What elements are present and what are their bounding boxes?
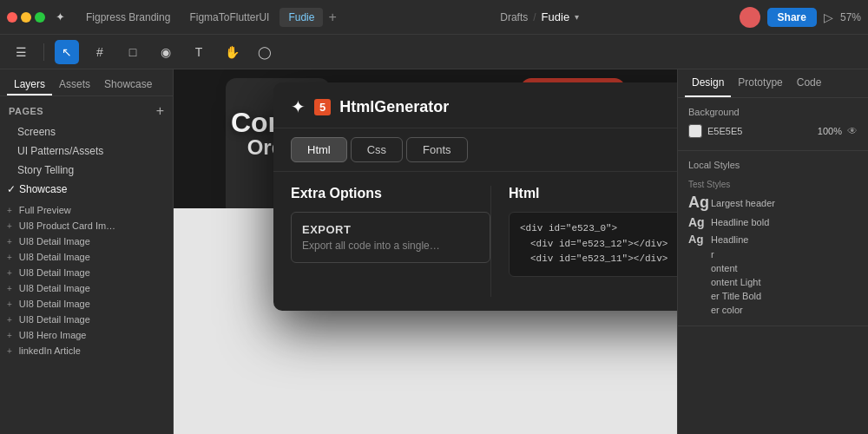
- project-name[interactable]: Fudie: [542, 10, 570, 23]
- color-swatch[interactable]: [688, 124, 702, 138]
- pen-tool[interactable]: ◉: [154, 40, 178, 64]
- code-line-2: <div id="e523_12"></div>: [520, 237, 677, 253]
- layer-label: UI8 Detail Image: [19, 283, 90, 293]
- avatar: [740, 7, 760, 28]
- style-largest-header[interactable]: Ag Largest header: [688, 192, 858, 214]
- style-color[interactable]: er color: [688, 303, 858, 317]
- pages-label: Pages: [9, 106, 43, 116]
- style-name: ontent Light: [711, 277, 761, 287]
- layer-expand-icon: +: [7, 331, 12, 340]
- plugin-tab-html[interactable]: Html: [291, 137, 347, 162]
- style-name: er Title Bold: [711, 291, 761, 301]
- visibility-icon[interactable]: 👁: [847, 125, 858, 137]
- tab-fudie[interactable]: Fudie: [279, 8, 323, 27]
- minimize-window-button[interactable]: [21, 12, 31, 23]
- left-sidebar: Layers Assets Showcase Pages + Screens U…: [0, 69, 174, 434]
- comment-tool[interactable]: ◯: [253, 40, 277, 64]
- pages-list: Screens UI Patterns/Assets Story Telling…: [0, 122, 173, 199]
- style-headline[interactable]: Ag Headline: [688, 231, 858, 247]
- close-window-button[interactable]: [7, 12, 17, 23]
- page-screens[interactable]: Screens: [0, 122, 173, 141]
- export-box[interactable]: EXPORT Export all code into a single…: [291, 212, 490, 263]
- style-name: ontent: [711, 263, 738, 273]
- list-item[interactable]: + UI8 Detail Image: [0, 312, 173, 327]
- layer-expand-icon: +: [7, 315, 12, 325]
- color-hex-value[interactable]: E5E5E5: [707, 126, 812, 136]
- layer-expand-icon: +: [7, 346, 12, 356]
- style-headline-bold[interactable]: Ag Headline bold: [688, 214, 858, 231]
- style-name: Largest header: [711, 198, 775, 208]
- html-section-title: Html: [509, 186, 677, 201]
- plugin-tab-fonts[interactable]: Fonts: [406, 137, 468, 162]
- list-item[interactable]: + UI8 Detail Image: [0, 249, 173, 265]
- page-ui-patterns[interactable]: UI Patterns/Assets: [0, 141, 173, 161]
- hand-tool[interactable]: ✋: [220, 40, 244, 64]
- plugin-tab-css[interactable]: Css: [351, 137, 403, 162]
- extra-options-title: Extra Options: [291, 186, 490, 201]
- window-controls: ✦: [7, 10, 65, 23]
- list-item[interactable]: + UI8 Detail Image: [0, 296, 173, 312]
- frame-tool[interactable]: #: [88, 40, 112, 64]
- tab-flutter[interactable]: FigmaToFlutterUI: [181, 8, 278, 27]
- html5-badge: 5: [314, 99, 331, 115]
- add-tab-button[interactable]: +: [325, 10, 339, 25]
- right-sidebar: Design Prototype Code Background E5E5E5 …: [677, 69, 868, 434]
- style-title-bold[interactable]: er Title Bold: [688, 289, 858, 303]
- layer-expand-icon: +: [7, 299, 12, 309]
- canvas-area[interactable]: Order. Convert figma selections into htm…: [174, 69, 677, 434]
- plugin-header: ✦ 5 HtmlGenerator Version 1.5: [273, 82, 677, 128]
- tab-figpress[interactable]: Figpress Branding: [77, 8, 179, 27]
- page-story-telling[interactable]: Story Telling: [0, 161, 173, 180]
- tab-showcase[interactable]: Showcase: [97, 75, 159, 95]
- list-item[interactable]: + UI8 Detail Image: [0, 265, 173, 280]
- style-r[interactable]: r: [688, 247, 858, 261]
- background-color-row[interactable]: E5E5E5 100% 👁: [688, 124, 858, 138]
- layer-expand-icon: +: [7, 237, 12, 247]
- tab-layers[interactable]: Layers: [7, 75, 52, 95]
- plugin-logo-area: ✦ 5 HtmlGenerator: [291, 96, 449, 117]
- layer-label: linkedIn Article: [19, 345, 81, 356]
- style-content[interactable]: ontent: [688, 261, 858, 275]
- maximize-window-button[interactable]: [35, 12, 45, 23]
- list-item[interactable]: + Full Preview: [0, 202, 173, 218]
- tab-prototype[interactable]: Prototype: [731, 69, 789, 97]
- list-item[interactable]: + UI8 Detail Image: [0, 280, 173, 296]
- tab-code[interactable]: Code: [790, 69, 829, 97]
- tab-assets[interactable]: Assets: [52, 75, 97, 95]
- style-content-light[interactable]: ontent Light: [688, 275, 858, 289]
- style-preview: Ag: [688, 233, 706, 246]
- list-item[interactable]: + UI8 Product Card Im…: [0, 218, 173, 233]
- html-code-output[interactable]: <div id="e523_0"> <div id="e523_12"></di…: [509, 212, 677, 277]
- main-layout: Layers Assets Showcase Pages + Screens U…: [0, 69, 868, 434]
- layer-expand-icon: +: [7, 253, 12, 262]
- play-icon[interactable]: ▷: [824, 10, 833, 24]
- layer-label: UI8 Detail Image: [19, 236, 90, 247]
- export-label: EXPORT: [302, 223, 479, 236]
- list-item[interactable]: + UI8 Hero Image: [0, 327, 173, 343]
- checkmark-icon: ✓: [7, 183, 16, 195]
- code-line-1: <div id="e523_0">: [520, 221, 677, 237]
- zoom-level[interactable]: 57%: [840, 11, 861, 23]
- add-page-button[interactable]: +: [156, 103, 164, 119]
- rect-tool[interactable]: □: [121, 40, 145, 64]
- tab-design[interactable]: Design: [685, 69, 731, 97]
- list-item[interactable]: + linkedIn Article: [0, 343, 173, 358]
- export-description: Export all code into a single…: [302, 240, 479, 252]
- drafts-label: Drafts: [500, 11, 528, 23]
- select-tool[interactable]: ↖: [55, 40, 79, 64]
- canvas-content: Order. Convert figma selections into htm…: [174, 69, 677, 434]
- text-tool[interactable]: T: [187, 40, 211, 64]
- layers-list: + Full Preview + UI8 Product Card Im… + …: [0, 199, 173, 434]
- layer-label: UI8 Detail Image: [19, 314, 90, 325]
- page-showcase[interactable]: ✓ Showcase: [0, 180, 173, 199]
- menu-button[interactable]: ☰: [9, 40, 33, 64]
- layer-label: Full Preview: [19, 205, 71, 215]
- local-styles-title: Local Styles: [688, 160, 858, 170]
- share-button[interactable]: Share: [767, 8, 817, 27]
- plugin-title: HtmlGenerator: [339, 98, 449, 116]
- list-item[interactable]: + UI8 Detail Image: [0, 233, 173, 249]
- chevron-down-icon[interactable]: ▾: [575, 12, 579, 22]
- color-opacity-value[interactable]: 100%: [818, 126, 842, 136]
- plugin-left-panel: Extra Options EXPORT Export all code int…: [291, 186, 490, 297]
- plugin-tab-bar: Html Css Fonts: [273, 128, 677, 172]
